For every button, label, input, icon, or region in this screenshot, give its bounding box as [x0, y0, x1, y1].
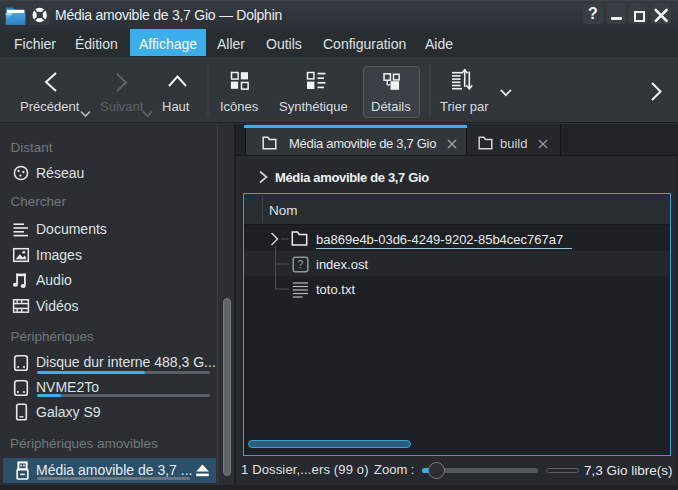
svg-text:?: ?: [298, 258, 304, 270]
